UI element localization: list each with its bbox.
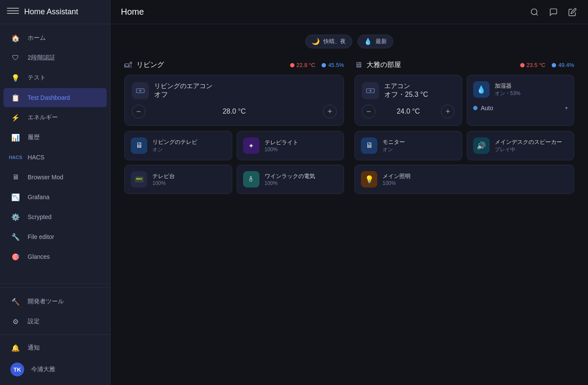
weather-chip-latest[interactable]: 💧 最新 (357, 35, 393, 48)
masatomo-devices-grid: 🖥 モニター オン 🔊 メインデスクのスピーカー プレイ中 (354, 131, 574, 194)
living-device-tv-stand[interactable]: 📟 テレビ台 100% (124, 165, 232, 194)
moon-icon: 🌙 (312, 38, 320, 45)
wine-rack-icon-box: 🕯 (243, 171, 259, 188)
svg-point-3 (322, 63, 326, 67)
living-humidity: 45.5% (321, 62, 344, 68)
room-living: 🛋 リビング 22.8 °C 45.5% (124, 60, 344, 194)
sidebar-item-glances[interactable]: 🎯 Glances (3, 247, 107, 266)
svg-point-7 (520, 63, 525, 67)
sidebar-label-2fa: 2段階認証 (28, 54, 55, 62)
masatomo-device-monitor[interactable]: 🖥 モニター オン (354, 131, 462, 160)
sidebar-item-energy[interactable]: ⚡ エネルギー (3, 108, 107, 127)
sidebar-item-grafana[interactable]: 📉 Grafana (3, 188, 107, 207)
masatomo-monitor-info: モニター オン (383, 138, 405, 153)
sidebar-item-home[interactable]: 🏠 ホーム (3, 29, 107, 48)
living-ac-card[interactable]: リビングのエアコン オフ − 28.0 °C + (124, 75, 344, 126)
sidebar-label-file-editor: File editor (28, 233, 54, 240)
weather-chips: 🌙 快晴、夜 💧 最新 (124, 35, 574, 48)
search-icon[interactable] (529, 7, 540, 17)
tv-icon-box: 🖥 (131, 137, 147, 154)
sidebar-item-user[interactable]: TK 今浦大雅 (3, 358, 107, 381)
masatomo-ac-increase-btn[interactable]: + (441, 105, 455, 118)
living-wine-rack-info: ワインラックの電気 100% (265, 172, 315, 186)
sidebar-item-settings[interactable]: ⚙ 設定 (3, 312, 107, 331)
energy-icon: ⚡ (10, 112, 21, 123)
topbar: Home (111, 0, 588, 24)
living-device-wine-rack[interactable]: 🕯 ワインラックの電気 100% (237, 165, 345, 194)
sidebar-item-dev-tools[interactable]: 🔨 開発者ツール (3, 292, 107, 311)
masatomo-ac-temp: 24.0 °C (397, 108, 420, 115)
masatomo-humid-status: オン・53% (495, 90, 521, 97)
sidebar-label-history: 履歴 (28, 134, 40, 141)
monitor-icon-box: 🖥 (361, 137, 377, 154)
sofa-icon: 🛋 (124, 60, 132, 70)
masatomo-main-light-name: メイン照明 (383, 172, 411, 180)
living-ac-increase-btn[interactable]: + (323, 105, 337, 118)
svg-point-0 (531, 9, 537, 14)
sidebar-label-test-dashboard: Test Dashboard (28, 94, 70, 101)
masatomo-ac-icon-box (362, 82, 379, 99)
hacs-icon: HACS (10, 152, 21, 162)
file-editor-icon: 🔧 (10, 232, 21, 242)
home-icon: 🏠 (10, 33, 21, 43)
sidebar-item-file-editor[interactable]: 🔧 File editor (3, 227, 107, 246)
sidebar-item-hacs[interactable]: HACS HACS (3, 148, 107, 167)
sidebar-item-browser-mod[interactable]: 🖥 Browser Mod (3, 168, 107, 187)
water-drop-icon: 💧 (364, 38, 372, 45)
sidebar-label-scrypted: Scrypted (28, 213, 51, 220)
masatomo-ac-name: エアコン (384, 82, 428, 90)
sidebar-label-user: 今浦大雅 (31, 366, 55, 373)
tv-stand-icon-box: 📟 (131, 171, 147, 188)
sidebar-item-scrypted[interactable]: ⚙️ Scrypted (3, 207, 107, 226)
svg-point-8 (552, 63, 556, 67)
sidebar-item-test-dashboard[interactable]: 📋 Test Dashboard (3, 88, 107, 107)
room-masatomo-stats: 23.5 °C 49.4% (520, 62, 574, 68)
living-ac-decrease-btn[interactable]: − (132, 105, 145, 118)
speaker-icon-box: 🔊 (473, 137, 490, 154)
app-title: Home Assistant (24, 7, 78, 16)
living-ac-temp: 28.0 °C (223, 108, 246, 115)
main-light-icon-box: 💡 (361, 171, 377, 188)
sidebar-item-test[interactable]: 💡 テスト (3, 68, 107, 87)
living-tv-stand-info: テレビ台 100% (152, 172, 175, 186)
sidebar-item-history[interactable]: 📊 履歴 (3, 128, 107, 147)
svg-point-2 (290, 63, 294, 67)
masatomo-ac-controls: − 24.0 °C + (362, 105, 455, 118)
masatomo-humidifier-card[interactable]: 💧 加湿器 オン・53% Auto ▾ (467, 75, 575, 126)
room-living-stats: 22.8 °C 45.5% (290, 62, 344, 68)
glances-icon: 🎯 (10, 251, 21, 262)
sidebar-label-hacs: HACS (28, 154, 44, 161)
sidebar-item-notifications[interactable]: 🔔 通知 (3, 338, 107, 357)
room-living-title-group: 🛋 リビング (124, 60, 164, 70)
sidebar-item-2fa[interactable]: 🛡 2段階認証 (3, 48, 107, 67)
sidebar-header: Home Assistant (0, 0, 110, 24)
masatomo-device-speaker[interactable]: 🔊 メインデスクのスピーカー プレイ中 (467, 131, 575, 160)
masatomo-speaker-name: メインデスクのスピーカー (495, 138, 562, 146)
edit-icon[interactable] (567, 7, 578, 17)
masatomo-temp: 23.5 °C (520, 62, 546, 68)
sidebar-label-home: ホーム (28, 34, 46, 42)
living-device-tv[interactable]: 🖥 リビングのテレビ オン (124, 131, 232, 160)
living-device-tv-light[interactable]: ✦ テレビライト 100% (237, 131, 345, 160)
masatomo-ac-decrease-btn[interactable]: − (362, 105, 376, 118)
sidebar-label-grafana: Grafana (28, 194, 50, 200)
ac-icon-box (132, 82, 149, 99)
topbar-actions (529, 7, 578, 17)
sidebar-label-browser-mod: Browser Mod (28, 174, 63, 181)
content-area: 🌙 快晴、夜 💧 最新 🛋 リビング (111, 24, 588, 385)
main-content: Home 🌙 (111, 0, 588, 385)
grafana-icon: 📉 (10, 192, 21, 202)
masatomo-ac-header: エアコン オフ・25.3 °C (362, 82, 455, 99)
living-ac-status: オフ (154, 90, 212, 99)
living-wine-rack-name: ワインラックの電気 (265, 172, 315, 180)
menu-icon[interactable] (7, 8, 19, 16)
weather-chip-night[interactable]: 🌙 快晴、夜 (305, 35, 352, 48)
living-ac-name: リビングのエアコン (154, 82, 212, 90)
sidebar-divider (0, 283, 110, 284)
sidebar-label-dev-tools: 開発者ツール (28, 298, 64, 305)
mode-select[interactable]: Auto (481, 105, 493, 111)
chat-icon[interactable] (548, 7, 559, 17)
living-ac-controls: − 28.0 °C + (132, 105, 337, 118)
masatomo-device-main-light[interactable]: 💡 メイン照明 100% (354, 165, 574, 194)
masatomo-ac-card[interactable]: エアコン オフ・25.3 °C − 24.0 °C + (354, 75, 462, 126)
